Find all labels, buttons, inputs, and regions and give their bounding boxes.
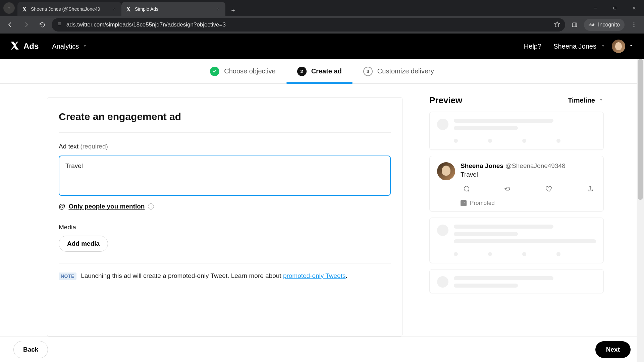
skeleton-tweet bbox=[429, 112, 604, 150]
step-label: Create ad bbox=[311, 67, 342, 75]
ad-text-input[interactable] bbox=[59, 156, 391, 196]
skeleton-dot bbox=[488, 252, 492, 256]
tweet-actions bbox=[461, 185, 596, 194]
step-customize-delivery[interactable]: 3 Customize delivery bbox=[359, 59, 438, 83]
share-icon[interactable] bbox=[587, 185, 594, 194]
side-panel-button[interactable] bbox=[568, 18, 581, 32]
user-menu[interactable]: Sheena Jones bbox=[553, 43, 606, 50]
minimize-button[interactable] bbox=[586, 0, 605, 16]
incognito-chip[interactable]: Incognito bbox=[584, 19, 625, 31]
chevron-down-icon bbox=[598, 97, 604, 104]
preview-tweet: Sheena Jones@SheenaJone49348 Travel Prom… bbox=[429, 156, 604, 212]
tweet-author-handle: @SheenaJone49348 bbox=[505, 162, 566, 169]
footer-bar: Back Next bbox=[0, 337, 644, 362]
browser-tab[interactable]: Simple Ads bbox=[121, 2, 225, 16]
stepper: Choose objective 2 Create ad 3 Customize… bbox=[0, 59, 644, 84]
step-label: Choose objective bbox=[224, 67, 275, 75]
svg-rect-3 bbox=[575, 23, 577, 27]
create-ad-card: Create an engagement ad Ad text (require… bbox=[47, 97, 402, 337]
avatar[interactable] bbox=[612, 40, 625, 53]
maximize-button[interactable] bbox=[605, 0, 625, 16]
preview-column: Preview Timeline bbox=[429, 95, 604, 337]
next-button[interactable]: Next bbox=[595, 341, 631, 358]
skeleton-tweet bbox=[429, 218, 604, 263]
avatar bbox=[437, 162, 455, 180]
skeleton-dot bbox=[454, 252, 458, 256]
mention-link[interactable]: Only people you mention bbox=[69, 203, 145, 210]
scrollbar-thumb[interactable] bbox=[638, 59, 643, 200]
back-button[interactable]: Back bbox=[13, 341, 48, 358]
x-icon bbox=[125, 6, 131, 12]
tweet-author-name: Sheena Jones bbox=[461, 162, 503, 169]
add-media-button[interactable]: Add media bbox=[59, 236, 108, 252]
address-bar[interactable]: ads.twitter.com/simpleads/18ce55njq7n/ad… bbox=[52, 18, 565, 32]
tab-title: Sheena Jones (@SheenaJone49 bbox=[31, 6, 108, 12]
skeleton-line bbox=[454, 276, 553, 280]
skeleton-tweet bbox=[429, 269, 604, 293]
step-label: Customize delivery bbox=[377, 67, 434, 75]
close-icon[interactable] bbox=[111, 6, 117, 12]
skeleton-dot bbox=[556, 139, 560, 143]
skeleton-dot bbox=[556, 252, 560, 256]
step-choose-objective[interactable]: Choose objective bbox=[206, 59, 279, 83]
info-icon[interactable]: i bbox=[148, 203, 154, 209]
promoted-tweets-link[interactable]: promoted-only Tweets bbox=[283, 272, 346, 279]
preview-header: Preview Timeline bbox=[429, 95, 604, 106]
skeleton-avatar bbox=[437, 119, 448, 130]
x-icon bbox=[21, 6, 28, 12]
site-info-icon[interactable] bbox=[56, 21, 62, 29]
note-badge: NOTE bbox=[59, 273, 76, 280]
nav-analytics[interactable]: Analytics bbox=[52, 43, 88, 50]
label-text: Ad text bbox=[59, 143, 80, 150]
reply-icon[interactable] bbox=[463, 185, 470, 194]
close-window-button[interactable] bbox=[625, 0, 644, 16]
skeleton-dot bbox=[522, 252, 526, 256]
account-switcher[interactable] bbox=[629, 43, 634, 50]
promoted-label: Promoted bbox=[461, 200, 596, 206]
incognito-label: Incognito bbox=[598, 22, 620, 28]
promoted-badge-icon bbox=[461, 200, 467, 206]
preview-title: Preview bbox=[429, 95, 462, 106]
chevron-down-icon bbox=[82, 43, 88, 50]
skeleton-line bbox=[454, 284, 518, 288]
bookmark-icon[interactable] bbox=[554, 21, 560, 29]
browser-titlebar: Sheena Jones (@SheenaJone49 Simple Ads bbox=[0, 0, 644, 16]
forward-button[interactable] bbox=[19, 18, 33, 32]
skeleton-dot bbox=[522, 139, 526, 143]
retweet-icon[interactable] bbox=[504, 185, 511, 194]
brand-logo[interactable]: Ads bbox=[10, 41, 39, 52]
like-icon[interactable] bbox=[545, 185, 553, 194]
nav-analytics-label: Analytics bbox=[52, 43, 79, 50]
mention-row[interactable]: @ Only people you mention i bbox=[59, 202, 391, 210]
preview-scope-label: Timeline bbox=[568, 97, 595, 104]
skeleton-line bbox=[454, 119, 553, 123]
tab-search-button[interactable] bbox=[3, 2, 15, 14]
url-text: ads.twitter.com/simpleads/18ce55njq7n/ad… bbox=[66, 21, 550, 28]
help-link[interactable]: Help? bbox=[524, 43, 541, 50]
check-icon bbox=[210, 67, 219, 76]
label-hint: (required) bbox=[80, 143, 108, 150]
back-button[interactable] bbox=[3, 18, 17, 32]
close-icon[interactable] bbox=[215, 6, 221, 12]
promoted-text: Promoted bbox=[470, 200, 495, 206]
note-row: NOTE Launching this ad will create a pro… bbox=[59, 263, 391, 280]
app-header: Ads Analytics Help? Sheena Jones bbox=[0, 34, 644, 59]
media-label: Media bbox=[59, 224, 391, 231]
preview-scope-dropdown[interactable]: Timeline bbox=[568, 97, 604, 104]
step-number: 3 bbox=[363, 67, 373, 76]
page-title: Create an engagement ad bbox=[59, 111, 391, 133]
tweet-text: Travel bbox=[461, 171, 596, 178]
svg-point-4 bbox=[634, 22, 635, 23]
skeleton-line bbox=[454, 225, 553, 229]
new-tab-button[interactable] bbox=[227, 5, 239, 16]
step-create-ad[interactable]: 2 Create ad bbox=[293, 59, 346, 83]
window-controls bbox=[586, 0, 644, 16]
reload-button[interactable] bbox=[36, 18, 49, 32]
tab-strip: Sheena Jones (@SheenaJone49 Simple Ads bbox=[17, 0, 239, 16]
browser-tab[interactable]: Sheena Jones (@SheenaJone49 bbox=[17, 2, 121, 16]
browser-menu-button[interactable] bbox=[627, 18, 641, 32]
tab-title: Simple Ads bbox=[135, 6, 212, 12]
skeleton-line bbox=[454, 126, 518, 130]
vertical-scrollbar[interactable] bbox=[637, 59, 644, 362]
skeleton-dot bbox=[454, 139, 458, 143]
